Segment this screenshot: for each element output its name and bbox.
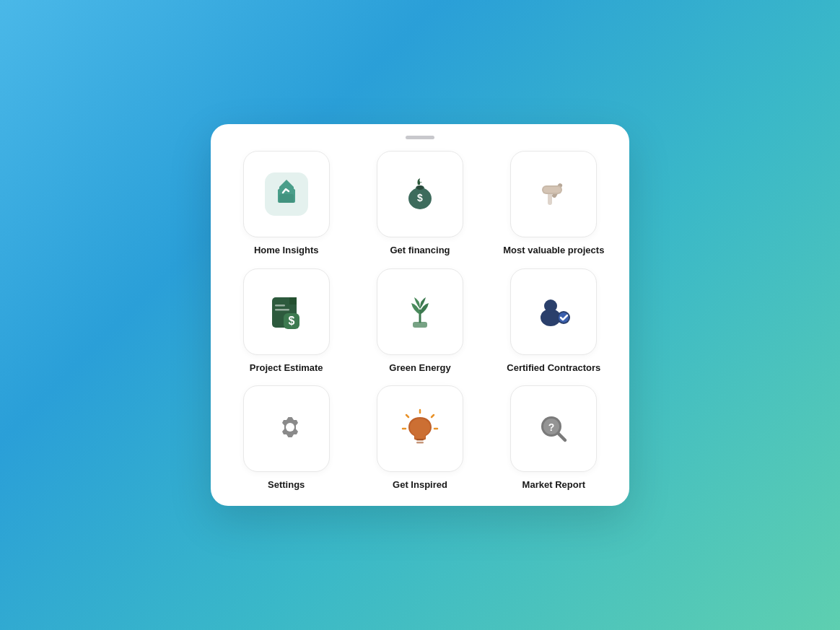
- menu-grid: Home Insights $ Get financing: [225, 151, 615, 492]
- svg-line-20: [432, 415, 434, 417]
- icon-box-most-valuable-projects: [510, 151, 597, 237]
- svg-rect-24: [416, 439, 424, 441]
- svg-rect-12: [275, 309, 289, 311]
- icon-box-project-estimate: $: [243, 268, 330, 355]
- menu-item-certified-contractors[interactable]: Certified Contractors: [493, 268, 615, 375]
- settings-icon: [265, 407, 308, 450]
- financing-icon: $: [398, 172, 442, 216]
- market-icon: ?: [532, 407, 575, 450]
- estimate-icon: $: [265, 290, 308, 333]
- contractors-icon: [532, 290, 575, 333]
- menu-item-green-energy[interactable]: Green Energy: [359, 268, 481, 375]
- menu-item-get-inspired[interactable]: Get Inspired: [359, 385, 481, 491]
- icon-box-green-energy: [377, 268, 463, 355]
- menu-item-get-financing[interactable]: $ Get financing: [359, 151, 481, 257]
- label-market-report: Market Report: [522, 479, 585, 491]
- label-settings: Settings: [268, 479, 305, 491]
- home-insights-icon: [265, 172, 308, 216]
- svg-line-21: [406, 415, 408, 417]
- green-energy-icon: [398, 290, 442, 333]
- icon-box-settings: [243, 385, 330, 472]
- icon-box-home-insights: [243, 151, 330, 237]
- icon-box-get-financing: $: [377, 151, 463, 237]
- svg-point-2: [416, 185, 424, 190]
- projects-icon: [532, 172, 575, 216]
- svg-text:$: $: [288, 315, 294, 327]
- icon-box-get-inspired: [377, 385, 463, 472]
- menu-item-market-report[interactable]: ? Market Report: [493, 385, 615, 491]
- svg-rect-25: [416, 442, 424, 444]
- menu-item-settings[interactable]: Settings: [225, 385, 347, 491]
- menu-item-most-valuable-projects[interactable]: Most valuable projects: [493, 151, 615, 257]
- label-certified-contractors: Certified Contractors: [507, 362, 600, 375]
- svg-point-18: [286, 423, 294, 432]
- svg-rect-11: [275, 305, 285, 307]
- label-home-insights: Home Insights: [254, 245, 319, 257]
- drag-handle[interactable]: [406, 136, 434, 139]
- svg-text:?: ?: [548, 421, 555, 433]
- menu-item-home-insights[interactable]: Home Insights: [225, 151, 347, 257]
- menu-item-project-estimate[interactable]: $ Project Estimate: [225, 268, 347, 375]
- svg-rect-8: [289, 297, 297, 305]
- svg-line-29: [559, 434, 565, 440]
- icon-box-certified-contractors: [510, 268, 597, 355]
- icon-box-market-report: ?: [510, 385, 597, 472]
- label-project-estimate: Project Estimate: [250, 362, 323, 375]
- main-panel: Home Insights $ Get financing: [211, 124, 629, 507]
- label-get-financing: Get financing: [390, 245, 450, 257]
- label-green-energy: Green Energy: [389, 362, 450, 375]
- svg-rect-6: [543, 187, 561, 193]
- bulb-icon: [398, 407, 442, 450]
- label-most-valuable-projects: Most valuable projects: [503, 245, 604, 257]
- svg-text:$: $: [417, 192, 423, 204]
- svg-point-15: [544, 299, 557, 312]
- label-get-inspired: Get Inspired: [393, 479, 447, 491]
